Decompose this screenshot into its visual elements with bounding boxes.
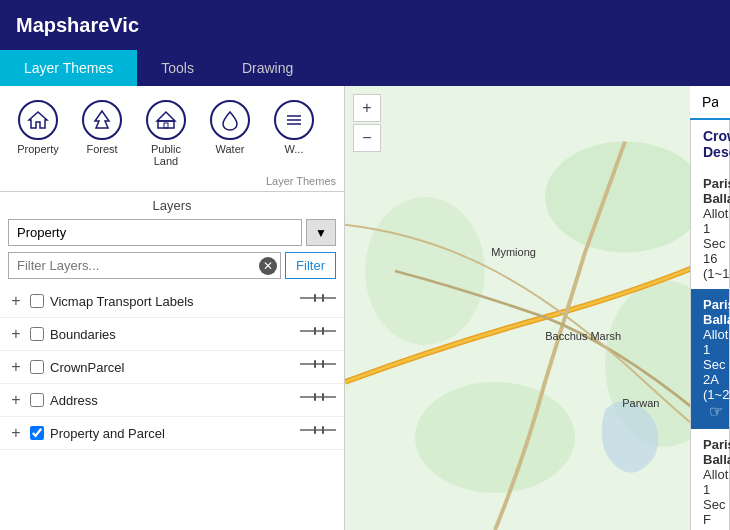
cursor-hand-icon: ☞ — [709, 402, 723, 421]
svg-marker-1 — [95, 111, 109, 128]
layer-item-boundaries: + Boundaries — [0, 318, 344, 351]
layer-add-btn-address[interactable]: + — [8, 391, 24, 409]
public-land-icon — [146, 100, 186, 140]
theme-icon-forest[interactable]: Forest — [72, 96, 132, 171]
more-label: W... — [285, 143, 304, 155]
theme-icon-public-land[interactable]: Public Land — [136, 96, 196, 171]
search-result-1[interactable]: Parish Ballarat Allot 1 Sec 16 (1~16\PP2… — [691, 168, 729, 289]
svg-point-25 — [545, 142, 705, 253]
svg-rect-10 — [322, 294, 324, 302]
layer-checkbox-crown-parcel[interactable] — [30, 360, 44, 374]
layer-checkbox-boundaries[interactable] — [30, 327, 44, 341]
layer-checkbox-address[interactable] — [30, 393, 44, 407]
search-result-1-highlight: Parish Ballar — [703, 176, 730, 206]
forest-label: Forest — [86, 143, 117, 155]
svg-rect-2 — [158, 121, 174, 128]
layer-themes-footer: Layer Themes — [0, 175, 344, 191]
filter-input[interactable] — [8, 252, 281, 279]
layer-add-btn-crown-parcel[interactable]: + — [8, 358, 24, 376]
search-input[interactable] — [690, 86, 730, 120]
svg-rect-15 — [314, 360, 316, 368]
layers-title: Layers — [0, 192, 344, 217]
theme-icon-water[interactable]: Water — [200, 96, 260, 171]
layer-slider-boundaries[interactable] — [300, 326, 336, 342]
layer-list: + Vicmap Transport Labels + Boundaries — [0, 285, 344, 530]
layer-name-crown-parcel: CrownParcel — [50, 360, 294, 375]
svg-rect-22 — [322, 426, 324, 434]
layer-name-boundaries: Boundaries — [50, 327, 294, 342]
layer-dropdown-row: Property Forest Public Land Water ▼ — [0, 217, 344, 250]
svg-rect-17 — [300, 396, 336, 398]
theme-icon-property[interactable]: Property — [8, 96, 68, 171]
dropdown-arrow-btn[interactable]: ▼ — [306, 219, 336, 246]
water-icon — [210, 100, 250, 140]
public-land-label: Public Land — [140, 143, 192, 167]
tab-bar: Layer Themes Tools Drawing — [0, 50, 730, 86]
svg-marker-3 — [157, 112, 175, 121]
svg-rect-12 — [314, 327, 316, 335]
layer-checkbox-property-parcel[interactable] — [30, 426, 44, 440]
map-controls: + − — [353, 94, 381, 152]
layer-slider-vicmap[interactable] — [300, 293, 336, 309]
filter-button[interactable]: Filter — [285, 252, 336, 279]
search-result-3-highlight: Parish Ballar — [703, 437, 730, 467]
layer-name-address: Address — [50, 393, 294, 408]
layer-slider-address[interactable] — [300, 392, 336, 408]
tab-drawing[interactable]: Drawing — [218, 50, 317, 86]
svg-rect-20 — [300, 429, 336, 431]
layer-add-btn-property-parcel[interactable]: + — [8, 424, 24, 442]
zoom-out-button[interactable]: − — [353, 124, 381, 152]
search-overlay: Crown Description Parish Ballarat Allot … — [690, 86, 730, 530]
search-result-2[interactable]: Parish Ballarat Allot 1 Sec 2A (1~2A\PP2… — [691, 289, 729, 429]
layer-item-address: + Address — [0, 384, 344, 417]
svg-rect-16 — [322, 360, 324, 368]
svg-rect-13 — [322, 327, 324, 335]
svg-rect-18 — [314, 393, 316, 401]
layer-themes-section: Property Forest — [0, 86, 344, 192]
theme-icons-row: Property Forest — [0, 92, 344, 175]
svg-rect-9 — [314, 294, 316, 302]
layer-slider-property-parcel[interactable] — [300, 425, 336, 441]
search-results-dropdown: Crown Description Parish Ballarat Allot … — [690, 120, 730, 530]
map-background[interactable]: Mymiong Bacchus Marsh Parwan — [345, 86, 730, 530]
layers-section: Layers Property Forest Public Land Water… — [0, 192, 344, 530]
layer-item-property-parcel: + Property and Parcel — [0, 417, 344, 450]
search-result-2-highlight: Parish Ballar — [703, 297, 730, 327]
map-svg — [345, 86, 730, 530]
filter-row: ✕ Filter — [0, 250, 344, 285]
water-label: Water — [216, 143, 245, 155]
zoom-in-button[interactable]: + — [353, 94, 381, 122]
svg-rect-11 — [300, 330, 336, 332]
property-label: Property — [17, 143, 59, 155]
layer-checkbox-vicmap[interactable] — [30, 294, 44, 308]
tab-layer-themes[interactable]: Layer Themes — [0, 50, 137, 86]
svg-rect-21 — [314, 426, 316, 434]
layer-item-vicmap: + Vicmap Transport Labels — [0, 285, 344, 318]
filter-input-wrap: ✕ — [8, 252, 281, 279]
layer-slider-crown-parcel[interactable] — [300, 359, 336, 375]
layer-name-vicmap: Vicmap Transport Labels — [50, 294, 294, 309]
app-title: MapshareVic — [16, 14, 139, 37]
filter-clear-button[interactable]: ✕ — [259, 257, 277, 275]
svg-rect-8 — [300, 297, 336, 299]
app-header: MapshareVic — [0, 0, 730, 50]
svg-rect-19 — [322, 393, 324, 401]
search-results-header: Crown Description — [691, 120, 729, 168]
layer-select[interactable]: Property Forest Public Land Water — [8, 219, 302, 246]
svg-point-27 — [415, 382, 575, 493]
search-result-3[interactable]: Parish Ballarat Allot 1 Sec F — [691, 429, 729, 530]
forest-icon — [82, 100, 122, 140]
svg-rect-14 — [300, 363, 336, 365]
layer-name-property-parcel: Property and Parcel — [50, 426, 294, 441]
map-area: Mymiong Bacchus Marsh Parwan + − Crown D… — [345, 86, 730, 530]
layer-add-btn-vicmap[interactable]: + — [8, 292, 24, 310]
tab-tools[interactable]: Tools — [137, 50, 218, 86]
layer-add-btn-boundaries[interactable]: + — [8, 325, 24, 343]
sidebar: Property Forest — [0, 86, 345, 530]
main-content: Property Forest — [0, 86, 730, 530]
property-icon — [18, 100, 58, 140]
more-icon — [274, 100, 314, 140]
theme-icon-more[interactable]: W... — [264, 96, 324, 171]
svg-point-24 — [365, 197, 485, 345]
svg-marker-0 — [29, 112, 47, 128]
